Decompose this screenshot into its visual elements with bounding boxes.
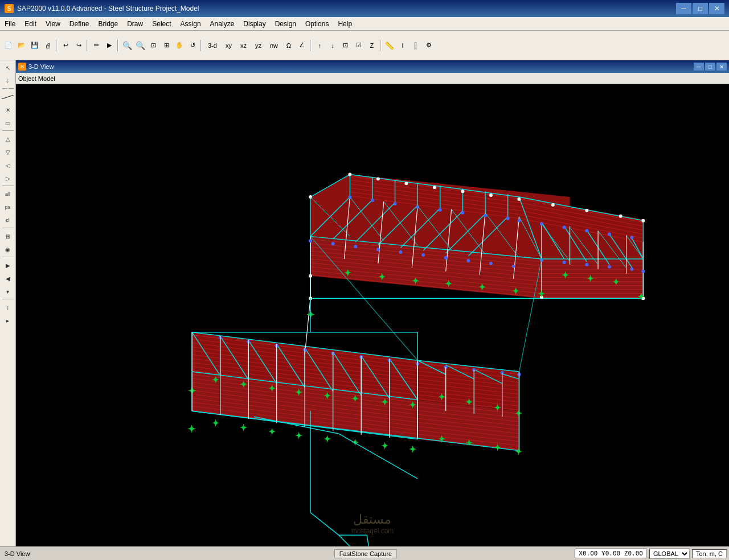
- pan-button[interactable]: ✋: [173, 39, 186, 52]
- view-minimize-button[interactable]: ─: [694, 63, 704, 71]
- view-xy-button[interactable]: xy: [222, 39, 236, 52]
- triangle-up-button[interactable]: △: [2, 133, 14, 145]
- svg-point-196: [309, 274, 312, 278]
- ps-button[interactable]: ps: [2, 201, 14, 213]
- view-nw-button[interactable]: nw: [266, 39, 282, 52]
- svg-text:✦: ✦: [351, 438, 359, 447]
- capture-button[interactable]: FastStone Capture: [334, 549, 397, 558]
- svg-text:✦: ✦: [562, 270, 569, 280]
- svg-point-158: [439, 208, 442, 212]
- target-button[interactable]: ◉: [2, 243, 14, 256]
- svg-point-184: [348, 172, 351, 176]
- z-button[interactable]: Z: [366, 39, 378, 52]
- view-controls: ─ □ ✕: [694, 63, 727, 71]
- select-button[interactable]: ▶: [103, 39, 116, 52]
- menu-item-options[interactable]: Options: [301, 17, 333, 30]
- grid-view-button[interactable]: ⊞: [2, 230, 14, 242]
- triangle-down-button[interactable]: ▽: [2, 146, 14, 158]
- redo-button[interactable]: ↪: [72, 39, 85, 52]
- open-button[interactable]: 📂: [15, 39, 28, 52]
- undo-button[interactable]: ↩: [59, 39, 72, 52]
- svg-text:✦: ✦: [515, 409, 522, 418]
- angle-button[interactable]: ∠: [296, 39, 308, 52]
- options-button[interactable]: ⚙: [423, 39, 435, 52]
- rotate-button[interactable]: ↺: [186, 39, 199, 52]
- svg-text:✦: ✦: [494, 403, 501, 413]
- svg-point-165: [585, 229, 588, 232]
- view-xz-button[interactable]: xz: [236, 39, 251, 52]
- omega-button[interactable]: Ω: [282, 39, 295, 52]
- select-intersect-button[interactable]: ⊹: [2, 75, 14, 87]
- measure-button[interactable]: I: [396, 39, 409, 52]
- menu-item-bridge[interactable]: Bridge: [94, 17, 123, 30]
- close-button[interactable]: ✕: [709, 3, 724, 14]
- save-button[interactable]: 💾: [28, 39, 41, 52]
- menu-item-edit[interactable]: Edit: [20, 17, 41, 30]
- scroll-button[interactable]: ↕: [2, 301, 14, 314]
- line-button[interactable]: ╱: [0, 88, 16, 105]
- svg-point-186: [404, 182, 408, 185]
- svg-text:✦: ✦: [637, 292, 645, 302]
- view-yz-button[interactable]: yz: [251, 39, 265, 52]
- check-button[interactable]: ☑: [353, 39, 365, 52]
- grid-button[interactable]: ⊡: [339, 39, 352, 52]
- menu-item-design[interactable]: Design: [271, 17, 301, 30]
- svg-text:✦: ✦: [212, 375, 219, 385]
- down-nav-button[interactable]: ▾: [2, 285, 14, 298]
- zoom-out-button[interactable]: 🔍: [134, 39, 146, 52]
- svg-text:✦: ✦: [295, 431, 302, 440]
- title-text: SAP2000 v11.0.0 Advanced - Steel Structu…: [17, 5, 199, 13]
- svg-point-170: [354, 245, 357, 248]
- canvas-area[interactable]: ✦ ✦ ✦ ✦ ✦ ✦ ✦ ✦ ✦ ✦ ✦ ✦ ✦ ✦: [16, 84, 729, 546]
- zoom-extent-button[interactable]: ⊡: [147, 39, 159, 52]
- section-button[interactable]: ║: [409, 39, 422, 52]
- view-close-button[interactable]: ✕: [716, 63, 727, 71]
- all-button[interactable]: all: [2, 188, 14, 200]
- structure-svg: ✦ ✦ ✦ ✦ ✦ ✦ ✦ ✦ ✦ ✦ ✦ ✦ ✦ ✦: [16, 84, 729, 546]
- zoom-in-button[interactable]: 🔍: [121, 39, 133, 52]
- left-sep-6: [2, 299, 14, 300]
- cl-button[interactable]: cl: [2, 214, 14, 227]
- new-button[interactable]: 📄: [2, 39, 15, 52]
- down-button[interactable]: ↓: [326, 39, 339, 52]
- zoom-window-button[interactable]: ⊞: [160, 39, 173, 52]
- svg-text:✦: ✦: [344, 268, 351, 278]
- global-selector[interactable]: GLOBAL: [649, 549, 690, 559]
- menu-item-draw[interactable]: Draw: [122, 17, 148, 30]
- view-maximize-button[interactable]: □: [705, 63, 715, 71]
- rect-button[interactable]: ▭: [2, 117, 14, 129]
- svg-text:✦: ✦: [240, 380, 247, 389]
- minimize-button[interactable]: ─: [676, 3, 691, 14]
- pointer-button[interactable]: ↖: [2, 61, 14, 74]
- toolbar-sep-5: [310, 40, 312, 51]
- toolbar: 📄 📂 💾 🖨 ↩ ↪ ✏ ▶ 🔍 🔍 ⊡ ⊞ ✋ ↺ 3-d xy xz yz…: [0, 31, 729, 60]
- expand-button[interactable]: ▸: [2, 314, 14, 327]
- menu-item-help[interactable]: Help: [333, 17, 357, 30]
- menu-item-display[interactable]: Display: [239, 17, 270, 30]
- play-button[interactable]: ▶: [2, 259, 14, 271]
- menu-item-file[interactable]: File: [0, 17, 20, 30]
- arrow-left-button[interactable]: ◁: [2, 159, 14, 171]
- print-button[interactable]: 🖨: [42, 39, 54, 52]
- left-sep-3: [2, 186, 14, 187]
- draw-button[interactable]: ✏: [90, 39, 103, 52]
- up-button[interactable]: ↑: [313, 39, 326, 52]
- view-label: Object Model: [18, 75, 55, 82]
- menu-item-select[interactable]: Select: [148, 17, 175, 30]
- svg-point-190: [517, 197, 521, 201]
- menu-item-view[interactable]: View: [41, 17, 65, 30]
- svg-point-191: [551, 203, 555, 207]
- svg-point-192: [585, 209, 588, 212]
- view-3d-button[interactable]: 3-d: [204, 39, 221, 52]
- menu-item-define[interactable]: Define: [65, 17, 94, 30]
- menu-item-assign[interactable]: Assign: [176, 17, 206, 30]
- maximize-button[interactable]: □: [693, 3, 708, 14]
- svg-point-179: [563, 261, 566, 264]
- svg-point-182: [630, 267, 634, 271]
- svg-text:✦: ✦: [465, 397, 473, 407]
- back-button[interactable]: ◀: [2, 272, 14, 285]
- menu-item-analyze[interactable]: Analyze: [206, 17, 239, 30]
- arrow-right-button[interactable]: ▷: [2, 172, 14, 184]
- ruler-button[interactable]: 📏: [383, 39, 396, 52]
- svg-text:✦: ✦: [187, 423, 196, 435]
